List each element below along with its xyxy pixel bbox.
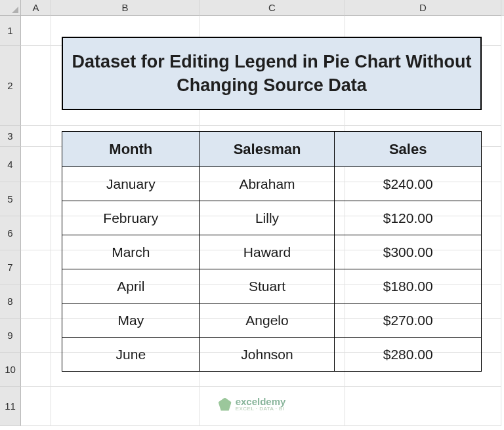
header-sales[interactable]: Sales xyxy=(335,132,482,167)
cell[interactable] xyxy=(21,182,51,216)
cell[interactable] xyxy=(51,387,200,426)
select-all-corner[interactable] xyxy=(0,0,21,16)
title-merged-cell[interactable]: Dataset for Editing Legend in Pie Chart … xyxy=(62,37,482,110)
cell-salesman[interactable]: Angelo xyxy=(200,303,335,338)
col-header-d[interactable]: D xyxy=(345,0,501,16)
watermark-text: exceldemy EXCEL · DATA · BI xyxy=(236,397,286,412)
watermark-logo-icon xyxy=(219,398,232,411)
cell-month[interactable]: May xyxy=(62,303,200,338)
cell[interactable] xyxy=(21,319,51,353)
cell[interactable] xyxy=(21,46,51,126)
header-month[interactable]: Month xyxy=(62,132,200,167)
cell-month[interactable]: March xyxy=(62,235,200,269)
row-header-7[interactable]: 7 xyxy=(0,250,21,284)
row-header-3[interactable]: 3 xyxy=(0,126,21,147)
cell[interactable] xyxy=(21,147,51,182)
cell[interactable] xyxy=(21,284,51,319)
row-header-6[interactable]: 6 xyxy=(0,216,21,250)
col-header-a[interactable]: A xyxy=(21,0,51,16)
cell-month[interactable]: January xyxy=(62,167,200,201)
cell-month[interactable]: February xyxy=(62,201,200,235)
table-row: JuneJohnson$280.00 xyxy=(62,338,482,372)
watermark: exceldemy EXCEL · DATA · BI xyxy=(219,397,286,412)
row-header-10[interactable]: 10 xyxy=(0,353,21,387)
cell-salesman[interactable]: Lilly xyxy=(200,201,335,235)
data-table: Month Salesman Sales JanuaryAbraham$240.… xyxy=(62,131,482,372)
cell-salesman[interactable]: Johnson xyxy=(200,338,335,372)
cell[interactable] xyxy=(21,250,51,284)
cell-salesman[interactable]: Abraham xyxy=(200,167,335,201)
row-header-9[interactable]: 9 xyxy=(0,319,21,353)
cell[interactable] xyxy=(21,387,51,426)
cell-sales[interactable]: $180.00 xyxy=(335,269,482,303)
cell-month[interactable]: June xyxy=(62,338,200,372)
row-header-1[interactable]: 1 xyxy=(0,16,21,46)
cell-salesman[interactable]: Haward xyxy=(200,235,335,269)
row-header-11[interactable]: 11 xyxy=(0,387,21,426)
row-header-8[interactable]: 8 xyxy=(0,284,21,319)
cell-sales[interactable]: $280.00 xyxy=(335,338,482,372)
column-headers: A B C D xyxy=(0,0,504,16)
cell-sales[interactable]: $300.00 xyxy=(335,235,482,269)
cell-sales[interactable]: $270.00 xyxy=(335,303,482,338)
cell[interactable] xyxy=(21,216,51,250)
cell-salesman[interactable]: Stuart xyxy=(200,269,335,303)
row-header-2[interactable]: 2 xyxy=(0,46,21,126)
cell[interactable] xyxy=(21,16,51,46)
table-row: MarchHaward$300.00 xyxy=(62,235,482,269)
table-row: JanuaryAbraham$240.00 xyxy=(62,167,482,201)
table-header-row: Month Salesman Sales xyxy=(62,132,482,167)
cell-sales[interactable]: $240.00 xyxy=(335,167,482,201)
watermark-name: exceldemy xyxy=(236,397,286,406)
col-header-b[interactable]: B xyxy=(51,0,200,16)
col-header-c[interactable]: C xyxy=(200,0,345,16)
table-row: FebruaryLilly$120.00 xyxy=(62,201,482,235)
row-header-5[interactable]: 5 xyxy=(0,182,21,216)
cell[interactable] xyxy=(21,126,51,147)
table-row: MayAngelo$270.00 xyxy=(62,303,482,338)
header-salesman[interactable]: Salesman xyxy=(200,132,335,167)
cell[interactable] xyxy=(345,387,501,426)
table-row: AprilStuart$180.00 xyxy=(62,269,482,303)
row-headers: 1234567891011 xyxy=(0,16,21,426)
cell-sales[interactable]: $120.00 xyxy=(335,201,482,235)
row-header-4[interactable]: 4 xyxy=(0,147,21,182)
cell[interactable] xyxy=(21,353,51,387)
spreadsheet-view: A B C D 1234567891011 Dataset for Editin… xyxy=(0,0,504,430)
watermark-tagline: EXCEL · DATA · BI xyxy=(236,406,286,412)
cell-month[interactable]: April xyxy=(62,269,200,303)
